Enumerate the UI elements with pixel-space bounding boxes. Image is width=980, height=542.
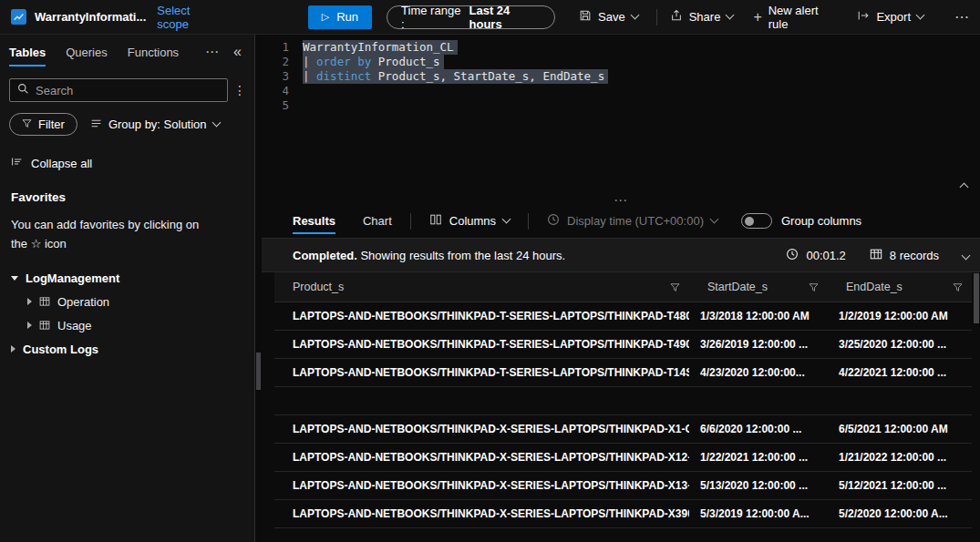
columns-icon — [429, 213, 442, 229]
more-commands-icon[interactable]: ⋯ — [954, 8, 969, 26]
code-line: 3| distinct Product_s, StartDate_s, EndD… — [262, 69, 980, 84]
code-line-content: | order by Product_s — [303, 55, 444, 69]
play-icon: ▷ — [322, 12, 329, 22]
time-range-picker[interactable]: Time range : Last 24 hours — [387, 5, 555, 29]
table-row[interactable] — [274, 387, 972, 415]
cell-date: 3/26/2019 12:00:00 ... — [689, 338, 828, 351]
expand-results-chevron[interactable] — [963, 254, 969, 257]
plus-icon: + — [753, 10, 761, 25]
caret-right-icon — [27, 298, 32, 305]
filter-funnel-icon[interactable] — [670, 282, 680, 292]
sidebar-tab-queries[interactable]: Queries — [66, 35, 108, 69]
toggle-knob — [745, 217, 754, 226]
run-button[interactable]: ▷ Run — [308, 5, 372, 29]
column-header-label: EndDate_s — [846, 281, 903, 293]
code-line: 1WarrantyInformation_CL — [262, 40, 980, 55]
kebab-menu-icon[interactable]: ⋮ — [232, 83, 247, 97]
table-row[interactable]: LAPTOPS-AND-NETBOOKS/THINKPAD-X-SERIES-L… — [274, 444, 972, 472]
sidebar: TablesQueriesFunctions ⋯ « ⋮ — [0, 35, 255, 542]
select-scope-link[interactable]: Select scope — [157, 4, 220, 31]
filter-funnel-icon[interactable] — [809, 282, 819, 292]
caret-right-icon — [11, 345, 15, 353]
collapse-all-button[interactable]: Collapse all — [0, 156, 254, 170]
table-row[interactable]: LAPTOPS-AND-NETBOOKS/THINKPAD-X-SERIES-L… — [274, 415, 972, 444]
tree-item-operation[interactable]: Operation — [0, 290, 254, 313]
tree-group-logmanagement[interactable]: LogManagement — [0, 266, 254, 290]
tree-group-custom-logs[interactable]: Custom Logs — [0, 337, 254, 361]
results-panel: ResultsChart Columns Displ — [262, 204, 980, 542]
line-number: 4 — [262, 84, 289, 98]
line-number: 5 — [262, 98, 289, 113]
cell-product: LAPTOPS-AND-NETBOOKS/THINKPAD-T-SERIES-L… — [274, 310, 689, 322]
share-button[interactable]: Share — [670, 9, 734, 25]
collapse-all-icon — [11, 156, 23, 170]
records-grid-icon — [870, 248, 882, 263]
cell-date: 5/13/2020 12:00:00 ... — [689, 479, 828, 492]
clock-icon — [547, 213, 560, 229]
results-scrollbar-thumb[interactable] — [974, 273, 979, 323]
search-box[interactable] — [9, 78, 228, 102]
chevron-down-icon — [962, 251, 971, 260]
table-row[interactable]: LAPTOPS-AND-NETBOOKS/THINKPAD-T-SERIES-L… — [274, 302, 972, 331]
columns-dropdown[interactable]: Columns — [429, 213, 510, 229]
splitter-handle[interactable]: ⋯ — [262, 196, 980, 204]
code-line: 5 — [262, 98, 980, 113]
export-button[interactable]: Export — [857, 9, 923, 25]
favorites-hint-line2: the ☆ icon — [11, 237, 67, 251]
cell-date: 1/3/2018 12:00:00 AM — [689, 310, 828, 322]
filter-button[interactable]: Filter — [9, 113, 77, 136]
column-header-product-s[interactable]: Product_s — [274, 272, 689, 302]
sidebar-more-icon[interactable]: ⋯ — [205, 44, 219, 60]
tree-item-usage[interactable]: Usage — [0, 313, 254, 337]
splitter-dots-icon: ⋯ — [614, 196, 628, 204]
sidebar-tab-tables[interactable]: Tables — [9, 35, 46, 69]
results-table-body: LAPTOPS-AND-NETBOOKS/THINKPAD-T-SERIES-L… — [274, 302, 972, 528]
table-icon — [39, 296, 50, 307]
results-tab-results[interactable]: Results — [293, 204, 335, 238]
cell-date: 5/2/2020 12:00:00 A... — [828, 507, 972, 520]
search-input[interactable] — [36, 84, 220, 97]
workspace-title: WarrantyInformati... — [35, 10, 146, 24]
query-editor[interactable]: 1WarrantyInformation_CL2| order by Produ… — [262, 35, 980, 196]
table-row[interactable]: LAPTOPS-AND-NETBOOKS/THINKPAD-X-SERIES-L… — [274, 472, 972, 500]
new-alert-rule-button[interactable]: + New alert rule — [753, 4, 835, 31]
topbar: WarrantyInformati... Select scope ▷ Run … — [0, 0, 980, 35]
line-number: 3 — [262, 69, 289, 84]
sidebar-tab-list: TablesQueriesFunctions — [9, 35, 179, 69]
column-header-startdate-s[interactable]: StartDate_s — [689, 272, 828, 302]
toolbar-divider — [410, 213, 411, 230]
cell-date: 3/25/2020 12:00:00 ... — [828, 338, 972, 351]
scrollbar-thumb[interactable] — [256, 353, 261, 390]
sidebar-collapse-icon[interactable]: « — [233, 44, 242, 60]
results-tab-chart[interactable]: Chart — [363, 204, 392, 238]
column-header-enddate-s[interactable]: EndDate_s — [828, 272, 972, 302]
columns-label: Columns — [449, 214, 496, 228]
sidebar-scrollbar[interactable] — [255, 35, 262, 542]
favorites-heading: Favorites — [0, 190, 254, 204]
editor-collapse-chevron[interactable] — [961, 186, 967, 189]
table-row[interactable]: LAPTOPS-AND-NETBOOKS/THINKPAD-X-SERIES-L… — [274, 500, 972, 528]
filter-funnel-icon[interactable] — [953, 282, 963, 292]
sidebar-tab-functions[interactable]: Functions — [128, 35, 179, 69]
chevron-down-icon — [710, 215, 719, 224]
results-toolbar: ResultsChart Columns Displ — [262, 204, 980, 238]
chevron-down-icon — [726, 11, 735, 20]
table-row[interactable]: LAPTOPS-AND-NETBOOKS/THINKPAD-T-SERIES-L… — [274, 359, 972, 387]
body-row: TablesQueriesFunctions ⋯ « ⋮ — [0, 35, 980, 542]
column-header-label: Product_s — [293, 281, 344, 293]
favorites-hint: You can add favorites by clicking on the… — [0, 215, 254, 253]
results-table: Product_sStartDate_sEndDate_s LAPTOPS-AN… — [262, 272, 980, 542]
group-columns-toggle-group: Group columns — [741, 213, 861, 229]
table-row[interactable]: LAPTOPS-AND-NETBOOKS/THINKPAD-T-SERIES-L… — [274, 331, 972, 359]
cell-product: LAPTOPS-AND-NETBOOKS/THINKPAD-X-SERIES-L… — [274, 423, 689, 435]
tree-item-label: Usage — [57, 319, 92, 332]
status-completed: Completed. — [293, 249, 357, 262]
cell-product: LAPTOPS-AND-NETBOOKS/THINKPAD-X-SERIES-L… — [274, 507, 689, 520]
group-by-dropdown[interactable]: Group by: Solution — [90, 118, 220, 132]
display-time-dropdown[interactable]: Display time (UTC+00:00) — [547, 213, 717, 229]
results-statusbar: Completed. Showing results from the last… — [262, 238, 980, 272]
group-columns-toggle[interactable] — [741, 213, 772, 229]
table-icon — [39, 320, 50, 331]
save-button[interactable]: Save — [579, 9, 638, 25]
caret-right-icon — [27, 322, 32, 329]
